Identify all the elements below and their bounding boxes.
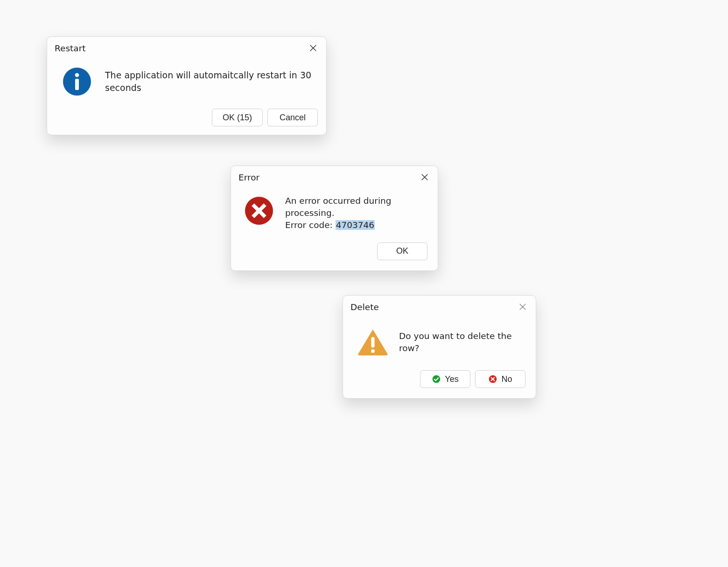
titlebar: Error <box>231 166 438 186</box>
dialog-message: Do you want to delete the row? <box>399 330 523 354</box>
delete-dialog: Delete Do you want to delete the row? <box>343 295 536 399</box>
error-code-label: Error code: <box>285 220 336 230</box>
yes-button[interactable]: Yes <box>420 370 470 388</box>
no-button[interactable]: No <box>475 370 525 388</box>
svg-point-13 <box>371 349 375 353</box>
dialog-title: Error <box>238 173 259 182</box>
ok-button[interactable]: OK <box>377 242 427 260</box>
close-icon <box>420 173 429 182</box>
warning-icon <box>357 326 389 358</box>
close-button[interactable] <box>307 41 320 55</box>
dialog-title: Restart <box>55 43 86 53</box>
dialog-body: The application will automaitcally resta… <box>47 56 326 102</box>
titlebar: Delete <box>343 296 536 315</box>
no-button-label: No <box>501 374 512 384</box>
dialog-body: An error occurred during processing. Err… <box>231 186 438 234</box>
dialog-footer: OK (15) Cancel <box>47 102 326 135</box>
svg-point-14 <box>433 375 441 383</box>
info-icon <box>61 66 93 97</box>
dialog-footer: OK <box>231 234 438 270</box>
svg-rect-4 <box>75 79 79 90</box>
restart-dialog: Restart The application will automaitcal… <box>47 36 327 135</box>
close-icon <box>308 43 318 53</box>
titlebar: Restart <box>47 37 326 56</box>
svg-rect-12 <box>371 337 374 348</box>
error-icon <box>243 195 275 227</box>
error-code-value: 4703746 <box>336 220 375 230</box>
x-circle-icon <box>488 374 497 384</box>
close-button[interactable] <box>516 300 529 313</box>
dialog-title: Delete <box>350 302 379 312</box>
svg-point-3 <box>75 73 79 77</box>
yes-button-label: Yes <box>445 374 458 384</box>
error-message-line1: An error occurred during processing. <box>285 196 391 218</box>
dialog-body: Do you want to delete the row? <box>343 315 536 363</box>
check-circle-icon <box>432 374 441 384</box>
close-button[interactable] <box>418 171 431 184</box>
dialog-message: An error occurred during processing. Err… <box>285 195 424 231</box>
ok-button[interactable]: OK (15) <box>212 109 263 126</box>
dialog-footer: Yes No <box>343 363 536 398</box>
close-icon <box>518 302 527 311</box>
error-dialog: Error An error occurred during processin… <box>231 166 438 271</box>
dialog-message: The application will automaitcally resta… <box>105 69 312 94</box>
cancel-button[interactable]: Cancel <box>267 109 318 126</box>
